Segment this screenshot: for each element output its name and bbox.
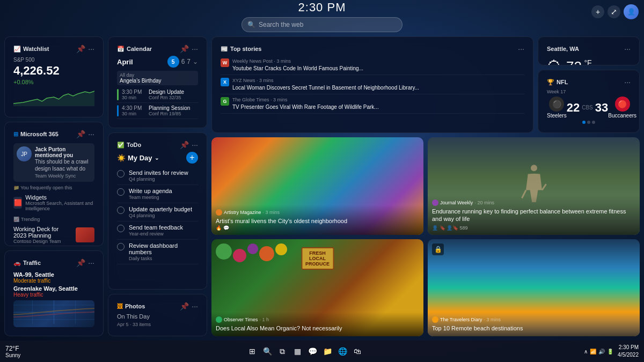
traffic-pin-btn[interactable]: 📌 <box>76 258 85 267</box>
ms365-pin-btn[interactable]: 📌 <box>76 130 85 138</box>
todo-checkbox-4[interactable] <box>117 225 125 232</box>
taskbar-weather: 72°F Sunny <box>5 345 20 358</box>
calendar-month: April <box>117 58 133 66</box>
taskbar-edge-icon[interactable]: 🌐 <box>337 346 348 357</box>
endurance-reactions: 👤 🔖 👤🔖 589 <box>432 225 468 231</box>
beach-card[interactable]: 🔒 The Travelers Diary · 3 mins Top 10 Re… <box>428 239 640 337</box>
watchlist-pin-btn[interactable]: 📌 <box>76 45 85 53</box>
traffic-map <box>13 300 94 327</box>
nfl-widget: 🏆 NFL ··· Week 17 ⚫ Steelers <box>538 70 640 133</box>
todo-item-1[interactable]: Send invites for reviewQ4 planning <box>117 167 198 185</box>
organic-card[interactable]: FRESHLOCALPRODUCE Observer Times · 1 h D… <box>211 239 423 337</box>
traffic-route-2: Greenlake Way, Seattle Heavy traffic <box>13 285 94 298</box>
endurance-title: Endurance running key to finding perfect… <box>432 208 635 223</box>
artistry-title: Artist's mural livens the City's oldest … <box>216 217 419 225</box>
observer-source-icon <box>216 316 222 323</box>
ms365-more-btn[interactable]: ··· <box>88 130 94 138</box>
traffic-more-btn[interactable]: ··· <box>88 258 94 267</box>
calendar-today[interactable]: 5 <box>167 56 179 68</box>
todo-item-5[interactable]: Review dashboard numbersDaily tasks <box>117 240 198 264</box>
artist-mural-card[interactable]: Artistry Magazine · 3 mins Artist's mura… <box>211 137 423 235</box>
wifi-icon[interactable]: 📶 <box>590 349 596 354</box>
top-stories-title: 📰 Top stories <box>221 46 261 53</box>
trending-thumbnail <box>76 227 94 242</box>
photos-pin-btn[interactable]: 📌 <box>180 302 189 311</box>
search-bar[interactable]: 🔍 Search the web <box>241 17 402 32</box>
weather-title: Seattle, WA <box>547 46 579 52</box>
taskbar-search-icon[interactable]: 🔍 <box>262 346 273 357</box>
organic-title: Does Local Also Mean Organic? Not necess… <box>216 324 419 332</box>
nfl-title: 🏆 NFL <box>547 79 568 86</box>
taskbar-clock[interactable]: 2:30 PM 4/5/2022 <box>618 344 639 359</box>
taskbar-windows-icon[interactable]: ⊞ <box>247 346 258 357</box>
nfl-more-btn[interactable]: ··· <box>624 78 631 86</box>
weather-unit: °F <box>584 58 591 65</box>
artistry-time: · 3 mins <box>263 210 280 215</box>
ms365-mention-card[interactable]: JP Jack Purton mentioned you This should… <box>13 143 94 182</box>
ms365-title: ⊞ Microsoft 365 <box>13 131 58 138</box>
mention-avatar: JP <box>17 146 32 161</box>
nfl-score: ⚫ Steelers 22 CBS 33 <box>547 97 631 119</box>
photos-more-btn[interactable]: ··· <box>192 302 198 311</box>
tray-expand-icon[interactable]: ∧ <box>584 349 588 354</box>
todo-checkbox-2[interactable] <box>117 188 125 196</box>
calendar-day3: 7 <box>187 58 191 65</box>
nfl-week: Week 17 <box>547 89 631 94</box>
todo-add-button[interactable]: + <box>186 152 198 164</box>
traffic-widget: 🚗 Traffic 📌 ··· WA-99, Seattle Moderate … <box>4 250 104 336</box>
search-placeholder: Search the web <box>259 21 303 28</box>
taskbar-teams-icon[interactable]: 💬 <box>307 346 318 357</box>
todo-item-2[interactable]: Write up agendaTeam meeting <box>117 185 198 203</box>
artistry-source-name: Artistry Magazine <box>224 210 261 215</box>
taskbar: 72°F Sunny ⊞ 🔍 ⧉ ▦ 💬 📁 🌐 🛍 ∧ 📶 🔊 🔋 2:30 … <box>0 341 644 362</box>
todo-more-btn[interactable]: ··· <box>192 141 198 149</box>
battery-icon[interactable]: 🔋 <box>607 349 613 354</box>
volume-icon[interactable]: 🔊 <box>598 349 605 354</box>
calendar-event-2[interactable]: 4:30 PM 30 min Planning Session Conf Rm … <box>117 103 198 119</box>
calendar-event-1[interactable]: 3:30 PM 30 min Design Update Conf Rm 32/… <box>117 87 198 103</box>
watchlist-more-btn[interactable]: ··· <box>88 45 94 53</box>
watchlist-title: 📈 Watchlist <box>13 46 49 53</box>
taskbar-taskview-icon[interactable]: ⧉ <box>277 346 288 357</box>
news-item-2[interactable]: X XYZ News · 3 mins Local Woman Discover… <box>221 75 524 94</box>
taskbar-widgets-icon[interactable]: ▦ <box>292 346 303 357</box>
weather-widget: Seattle, WA ··· 🌤 72 °F <box>538 36 640 65</box>
todo-item-4[interactable]: Send team feedbackYear-end review <box>117 221 198 240</box>
todo-checkbox-1[interactable] <box>117 170 125 178</box>
todo-item-3[interactable]: Update quarterly budgetQ4 planning <box>117 203 198 221</box>
photos-sublabel: Apr 5 · 33 items <box>117 322 198 327</box>
news-source-icon-2: X <box>221 78 229 86</box>
todo-myday-label: ☀️ My Day ⌄ <box>117 154 159 162</box>
trending-item[interactable]: Working Deck for 2023 Planning Contoso D… <box>13 224 94 246</box>
taskbar-files-icon[interactable]: 📁 <box>322 346 333 357</box>
top-stories-widget: 📰 Top stories ··· W Weekly News Post · 3… <box>211 36 533 133</box>
widgets-icon: 🟥 <box>13 197 22 209</box>
stock-price: 4,226.52 <box>13 64 94 78</box>
calendar-expand-icon[interactable]: ⌄ <box>193 58 198 65</box>
calendar-day2: 6 <box>181 58 185 65</box>
news-source-icon-3: G <box>221 97 229 106</box>
calendar-pin-btn[interactable]: 📌 <box>180 45 189 53</box>
endurance-card[interactable]: Journal Weekly · 20 mins Endurance runni… <box>428 137 640 235</box>
todo-checkbox-3[interactable] <box>117 206 125 214</box>
stories-more-btn[interactable]: ··· <box>518 45 524 53</box>
nfl-team1-logo: ⚫ <box>549 97 564 112</box>
photos-widget: 🖼 Photos 📌 ··· On This Day Apr 5 · 33 it… <box>108 294 207 336</box>
freq-item[interactable]: 🟥 Widgets Microsoft Search, Assistant an… <box>13 192 94 213</box>
freq-label: 📁 You frequently open this <box>13 185 94 190</box>
mention-name: Jack Purton mentioned you <box>35 146 91 158</box>
photos-title: 🖼 Photos <box>117 303 145 309</box>
watchlist-widget: 📈 Watchlist 📌 ··· S&P 500 4,226.52 +0.08… <box>4 36 104 117</box>
todo-checkbox-5[interactable] <box>117 243 125 250</box>
nfl-team2: 🔴 Buccaneers <box>608 97 636 119</box>
todo-pin-btn[interactable]: 📌 <box>180 141 189 149</box>
observer-source-name: Observer Times <box>224 317 258 322</box>
stock-chart <box>13 87 94 106</box>
travelers-source-icon <box>432 316 438 323</box>
news-item-1[interactable]: W Weekly News Post · 3 mins Youtube Star… <box>221 56 524 75</box>
news-item-3[interactable]: G The Globe Times · 3 mins TV Presenter … <box>221 94 524 114</box>
calendar-more-btn[interactable]: ··· <box>192 45 198 53</box>
weather-more-btn[interactable]: ··· <box>624 45 631 53</box>
artistry-source-icon <box>216 209 222 216</box>
taskbar-store-icon[interactable]: 🛍 <box>352 346 363 357</box>
